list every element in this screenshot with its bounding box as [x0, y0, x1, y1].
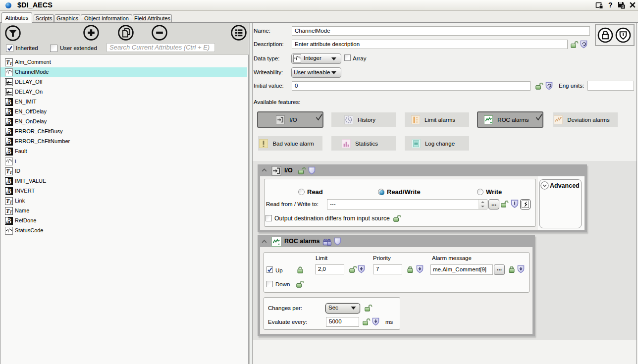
- svg-text:T: T: [9, 209, 12, 214]
- svg-text:B: B: [6, 177, 11, 185]
- svg-text:B: B: [6, 138, 11, 146]
- svg-text:B: B: [6, 108, 11, 116]
- svg-text:B: B: [6, 148, 11, 156]
- svg-text:B: B: [6, 187, 11, 195]
- svg-text:B: B: [6, 98, 11, 106]
- svg-text:B: B: [6, 118, 11, 126]
- svg-text:B: B: [6, 128, 11, 136]
- svg-text:B: B: [6, 217, 11, 225]
- svg-text:T: T: [9, 61, 12, 66]
- svg-text:T: T: [9, 170, 12, 175]
- svg-text:T: T: [9, 200, 12, 205]
